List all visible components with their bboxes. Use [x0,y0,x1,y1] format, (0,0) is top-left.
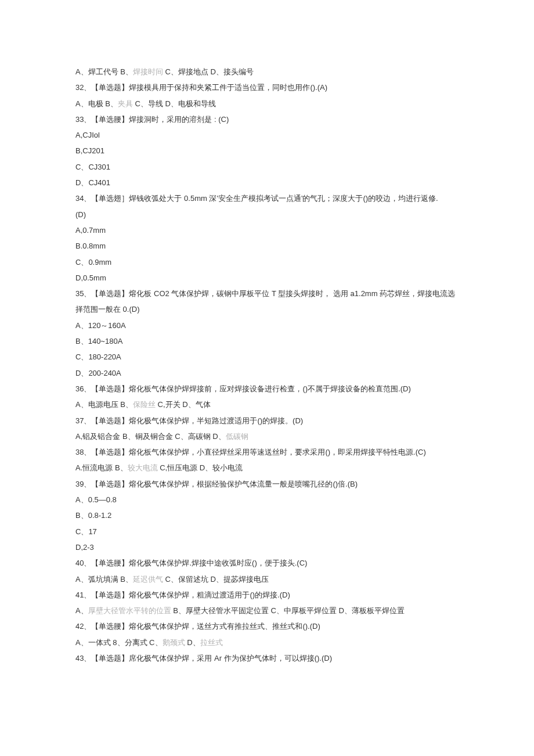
text-segment: A,铝及铝合金 B、铜及铜合金 C、高碳钢 D、 [75,432,226,441]
text-line: 40、【单选腰】熔化极气体保护焊.焊接中途收弧时应()，便于接头.(C) [75,555,459,571]
text-segment: D,2-3 [75,543,94,552]
text-segment: C、17 [75,527,97,536]
text-line: C、180-220A [75,349,459,365]
text-segment: A.恒流电源 B、 [75,463,128,472]
text-line: A,0.7mm [75,222,459,238]
text-line: 39、【单选题】熔化极气体保护焊，根据经验保护气体流量一般是喷嘴孔径的()倍.(… [75,476,459,492]
text-line: 33、【单选腰】焊接洞时，采用的溶剂是 : (C) [75,111,459,127]
text-segment: D、CJ401 [75,178,110,187]
text-line: 35、【单选题】熔化板 CO2 气体保护焊，碳钢中厚板平位 T 型接头焊接时， … [75,286,459,301]
text-line: D、CJ401 [75,175,459,190]
text-line: D,2-3 [75,539,459,555]
text-line: B、0.8-1.2 [75,507,459,523]
text-segment: A、电极 B、 [75,99,118,108]
text-line: C、0.9mm [75,254,459,270]
text-line: A、一体式 8、分离式 C、鹅颈式 D、拉丝式 [75,635,459,650]
text-segment: A、电源电压 B、 [75,400,133,409]
text-segment: 低碳钢 [226,432,248,441]
text-segment: 夹具 [118,99,133,108]
text-segment: A、120～160A [75,321,126,330]
text-line: D,0.5mm [75,270,459,286]
text-segment: 35、【单选题】熔化板 CO2 气体保护焊，碳钢中厚板平位 T 型接头焊接时， … [75,289,455,298]
text-line: A,铝及铝合金 B、铜及铜合金 C、高碳钢 D、低碳钢 [75,429,459,444]
text-segment: D、 [185,638,200,647]
text-segment: B、140~180A [75,337,122,345]
text-segment: A、一体式 8、分离式 C、 [75,638,163,647]
text-segment: 37、【单选题】熔化极气体保护焊，半短路过渡适用于()的焊接。(D) [75,416,303,425]
text-segment: (D) [75,210,86,219]
text-line: D、200-240A [75,365,459,381]
text-segment: 39、【单选题】熔化极气体保护焊，根据经验保护气体流量一般是喷嘴孔径的()倍.(… [75,480,358,488]
text-segment: A、弧坑填满 B、 [75,575,133,584]
text-line: A、厚壁大径管水平转的位置 B、厚壁大径管水平固定位置 C、中厚板平焊位置 D、… [75,603,459,618]
text-segment: 38、【单选题】熔化板气体保护焊，小直径焊丝采用等速送丝时，要求采用()，即采用… [75,448,426,456]
text-segment: 42、【单选腰】熔化极气体保护焊，送丝方式有推拉丝式、推丝式和().(D) [75,622,320,631]
text-segment: 焊接时间 [133,67,163,76]
text-segment: 择范围一般在 0.(D) [75,305,140,314]
text-segment: 保险丝 [133,400,156,409]
text-segment: C、0.9mm [75,258,111,267]
text-line: 择范围一般在 0.(D) [75,301,459,317]
text-line: C、17 [75,524,459,539]
text-segment: 鹅颈式 [163,638,185,647]
text-line: A、电源电压 B、保险丝 C,开关 D、气体 [75,397,459,412]
text-line: C、CJ301 [75,159,459,175]
text-line: (D) [75,207,459,222]
text-line: B.0.8mm [75,238,459,254]
text-line: A、弧坑填满 B、延迟供气 C、保留述坑 D、提苾焊接电压 [75,571,459,587]
text-segment: A,CJIol [75,131,100,139]
text-segment: A、 [75,606,88,615]
text-line: 38、【单选题】熔化板气体保护焊，小直径焊丝采用等速送丝时，要求采用()，即采用… [75,444,459,460]
text-segment: D、200-240A [75,369,121,377]
text-segment: 40、【单选腰】熔化极气体保护焊.焊接中途收弧时应()，便于接头.(C) [75,559,307,567]
text-segment: 较大电流 [128,463,158,472]
text-line: 36、【单选题】熔化板气体保护焊焊接前，应对焊接设备进行检查，()不属于焊接设备… [75,381,459,397]
text-segment: A,0.7mm [75,226,106,235]
text-segment: D,0.5mm [75,273,106,282]
text-segment: 41、【单选题】熔化极气体保护焊，粗滴过渡适用于()的焊接.(D) [75,591,290,599]
text-line: A、焊工代号 B、焊接时间 C、焊接地点 D、接头编号 [75,64,459,80]
text-segment: B,CJ201 [75,146,104,155]
text-line: A、0.5—0.8 [75,492,459,507]
text-line: 41、【单选题】熔化极气体保护焊，粗滴过渡适用于()的焊接.(D) [75,587,459,603]
text-segment: 36、【单选题】熔化板气体保护焊焊接前，应对焊接设备进行检查，()不属于焊接设备… [75,384,411,393]
text-segment: 32、【单选题】焊接模具用于保持和夹紧工件于适当位置，同时也用作().(A) [75,83,327,92]
text-segment: C、CJ301 [75,163,110,171]
text-segment: C,恒压电源 D、较小电流 [158,463,243,472]
text-segment: C、180-220A [75,352,121,361]
text-line: A、120～160A [75,318,459,333]
text-line: A,CJIol [75,127,459,143]
text-line: 32、【单选题】焊接模具用于保持和夹紧工件于适当位置，同时也用作().(A) [75,80,459,95]
text-segment: B、0.8-1.2 [75,511,111,520]
text-line: A.恒流电源 B、较大电流 C,恒压电源 D、较小电流 [75,460,459,476]
text-segment: 43、【单选题】席化极气体保护焊，采用 Ar 作为保护气体时，可以焊接().(D… [75,654,332,663]
text-line: B、140~180A [75,333,459,349]
text-segment: B.0.8mm [75,242,106,250]
text-segment: C、焊接地点 D、接头编号 [163,67,254,76]
text-segment: 延迟供气 [133,575,163,584]
text-line: A、电极 B、夹具 C、导线 D、电极和导线 [75,96,459,111]
text-segment: 拉丝式 [200,638,223,647]
text-line: 42、【单选腰】熔化极气体保护焊，送丝方式有推拉丝式、推丝式和().(D) [75,618,459,634]
text-segment: A、0.5—0.8 [75,495,117,504]
text-segment: C,开关 D、气体 [156,400,211,409]
text-line: B,CJ201 [75,143,459,159]
text-segment: A、焊工代号 B、 [75,67,133,76]
text-line: 43、【单选题】席化极气体保护焊，采用 Ar 作为保护气体时，可以焊接().(D… [75,650,459,666]
text-segment: C、保留述坑 D、提苾焊接电压 [163,575,269,584]
text-segment: 33、【单选腰】焊接洞时，采用的溶剂是 : (C) [75,115,229,124]
text-line: 37、【单选题】熔化极气体保护焊，半短路过渡适用于()的焊接。(D) [75,413,459,429]
document-page: A、焊工代号 B、焊接时间 C、焊接地点 D、接头编号32、【单选题】焊接模具用… [0,0,534,756]
text-segment: 34、【单选翅］焊钱收弧处大于 0.5mm 深'安全生产模拟考试一点通'的气孔；… [75,194,438,203]
text-segment: B、厚壁大径管水平固定位置 C、中厚板平焊位置 D、薄板板平焊位置 [171,606,405,615]
text-line: 34、【单选翅］焊钱收弧处大于 0.5mm 深'安全生产模拟考试一点通'的气孔；… [75,190,459,206]
text-segment: 厚壁大径管水平转的位置 [88,606,171,615]
text-segment: C、导线 D、电极和导线 [133,99,216,108]
